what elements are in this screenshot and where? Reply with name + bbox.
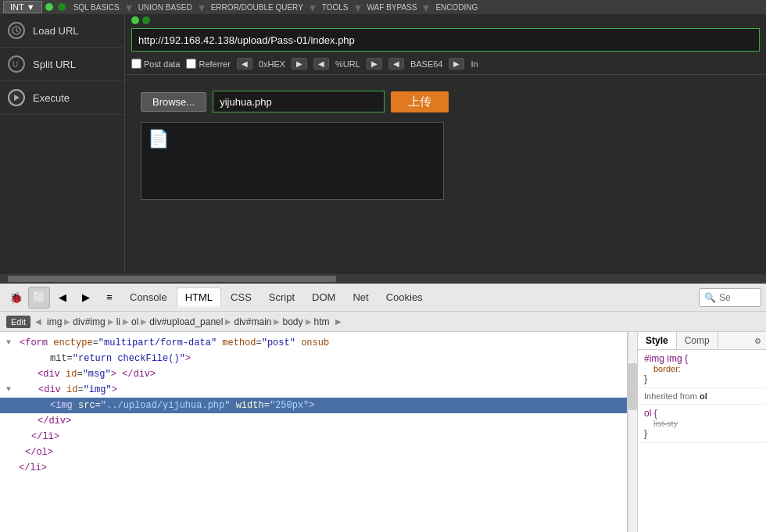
devtools-forward-icon[interactable]: ▶ [75,287,97,309]
bc-main[interactable]: div#main [231,316,274,327]
code-line-img-selected[interactable]: <img src="../upload/yijuhua.php" width="… [0,398,627,413]
code-div-img: <div id="img"> [13,383,117,397]
devtools-body: ▼ <form enctype="multipart/form-data" me… [0,332,766,532]
code-mit: mit="return checkFile()"> [6,353,191,364]
tab-dom[interactable]: DOM [304,288,343,306]
int-dropdown[interactable]: INT ▼ [3,1,42,13]
referrer-checkbox[interactable]: Referrer [186,59,230,69]
nav-tools[interactable]: TOOLS [317,3,353,12]
inherited-element: ol [700,391,707,401]
upload-button[interactable]: 上传 [391,91,449,112]
bc-arrow-2: ▶ [335,317,342,326]
devtools-bug-icon[interactable]: 🐞 [5,287,27,309]
post-data-checkbox[interactable]: Post data [131,59,180,69]
devtools-cursor-icon[interactable]: ⬜ [28,287,50,309]
bc-img[interactable]: img [45,316,64,327]
h-scrollbar[interactable] [0,274,766,284]
style-panel: Style Comp ⚙ #img img { border: } Inheri… [637,332,766,532]
load-url-label: Load URL [33,25,79,37]
code-line-close-div: </div> [0,413,627,429]
code-line-form: ▼ <form enctype="multipart/form-data" me… [0,335,627,351]
inherited-label: Inherited from [644,391,697,401]
filename-input [213,91,385,112]
bc-upload-panel[interactable]: div#upload_panel [147,316,225,327]
url-bar-area [125,14,766,53]
style-prop-border: border: [644,364,760,373]
bc-li[interactable]: li [114,316,123,327]
execute-button[interactable]: Execute [0,81,124,115]
int-chevron: ▼ [27,2,35,12]
post-data-label: Post data [144,59,180,69]
bc-body[interactable]: body [280,316,305,327]
devtools-search-box[interactable]: 🔍 [699,288,761,307]
referrer-check[interactable] [186,59,196,69]
style-rule-ol: ol { list-sty } [638,405,766,443]
nav-sql-basics[interactable]: SQL BASICS [69,3,124,12]
devtools-back-icon[interactable]: ◀ [52,287,73,309]
code-line-close-li: </li> [0,429,627,445]
nav-sep-2: ▾ [199,0,205,15]
tab-css[interactable]: CSS [223,288,260,306]
nav-dot-green [45,3,53,11]
nav-error[interactable]: ERROR/DOUBLE QUERY [206,3,308,12]
arrow-left-2[interactable]: ◀ [313,58,329,70]
load-url-icon [8,22,25,39]
arrow-left-1[interactable]: ◀ [237,58,252,70]
referrer-label: Referrer [199,59,230,69]
tab-html[interactable]: HTML [177,287,221,308]
nav-sep-5: ▾ [423,0,429,15]
code-line-div-msg: <div id="msg"> </div> [0,366,627,382]
devtools-list-icon[interactable]: ≡ [98,287,120,309]
devtools-scrollbar[interactable] [628,332,637,532]
style-settings-btn[interactable]: ⚙ [750,332,766,349]
split-url-button[interactable]: U Split URL [0,48,124,81]
options-bar: Post data Referrer ◀ 0xHEX ▶ ◀ %URL ▶ ◀ … [125,53,766,75]
code-line-mit: mit="return checkFile()"> [0,351,627,366]
url-input[interactable] [131,28,760,52]
split-url-label: Split URL [33,59,76,70]
collapse-div-img[interactable]: ▼ [6,383,11,397]
h-scrollbar-thumb[interactable] [8,276,336,282]
dot-green-2 [142,16,150,24]
bc-ol[interactable]: ol [129,316,141,327]
arrow-left-3[interactable]: ◀ [388,58,404,70]
edit-button[interactable]: Edit [6,316,30,328]
split-url-icon: U [8,55,25,73]
style-panel-tabs: Style Comp ⚙ [638,332,766,350]
bc-div-img[interactable]: div#img [70,316,107,327]
search-icon: 🔍 [704,292,716,303]
tab-script[interactable]: Script [261,288,302,306]
code-close-div: </div> [6,416,71,427]
tab-net[interactable]: Net [345,288,376,306]
style-selector-ol: ol { [644,408,760,419]
search-input[interactable] [719,292,753,303]
nav-waf[interactable]: WAF BYPASS [363,3,422,12]
svg-text:U: U [13,60,18,69]
browse-button[interactable]: Browse... [141,92,206,112]
post-data-check[interactable] [131,59,141,69]
nav-sep-4: ▾ [355,0,361,15]
nav-encoding[interactable]: ENCODING [431,3,482,12]
code-close-li2: </li> [6,462,47,473]
code-line-close-li2: </li> [0,460,627,476]
code-close-li: </li> [6,431,59,442]
collapse-form[interactable]: ▼ [6,336,11,350]
tab-console[interactable]: Console [122,288,175,306]
tab-cookies[interactable]: Cookies [378,288,431,306]
devtools-scrollbar-thumb[interactable] [628,363,637,410]
bc-sep-2: ▶ [108,317,114,326]
style-brace-close-ol: } [644,428,760,439]
arrow-right-1[interactable]: ▶ [292,58,307,70]
bc-htm[interactable]: htm [312,316,332,327]
load-url-button[interactable]: Load URL [0,14,124,48]
arrow-right-3[interactable]: ▶ [449,58,464,70]
arrow-right-2[interactable]: ▶ [367,58,382,70]
style-tab-style[interactable]: Style [638,332,677,349]
inherited-section: Inherited from ol [638,388,766,405]
style-brace-close: } [644,373,760,384]
preview-box: 📄 [141,122,444,200]
style-tab-comp[interactable]: Comp [677,332,718,349]
bc-sep-5: ▶ [225,317,231,326]
code-div-msg: <div id="msg"> </div> [6,369,156,380]
nav-union[interactable]: UNION BASED [134,3,197,12]
